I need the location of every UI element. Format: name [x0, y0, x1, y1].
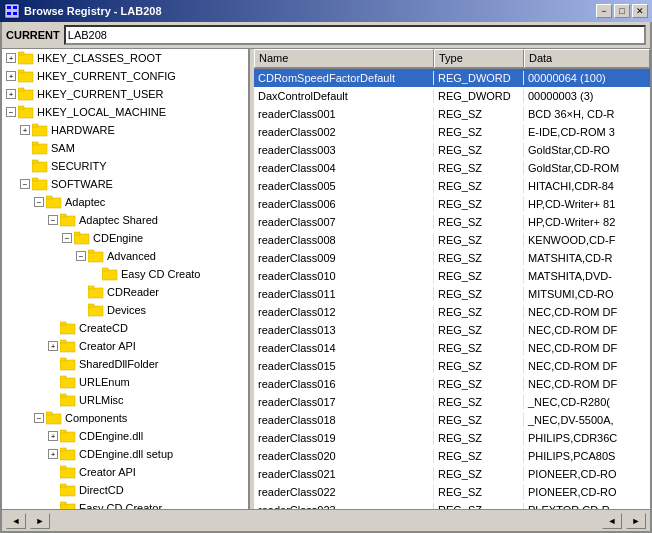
table-row[interactable]: readerClass015REG_SZNEC,CD-ROM DF	[254, 357, 650, 375]
expand-btn-hardware[interactable]: +	[20, 125, 30, 135]
table-row[interactable]: readerClass017REG_SZ_NEC,CD-R280(	[254, 393, 650, 411]
expand-btn-cdengine[interactable]: −	[62, 233, 72, 243]
table-row[interactable]: readerClass012REG_SZNEC,CD-ROM DF	[254, 303, 650, 321]
tree-label-creator-api: Creator API	[79, 340, 136, 352]
tree-item-creator-api[interactable]: + Creator API	[2, 337, 248, 355]
tree-item-advanced[interactable]: − Advanced	[2, 247, 248, 265]
rows-container[interactable]: CDRomSpeedFactorDefaultREG_DWORD00000064…	[254, 69, 650, 509]
table-row[interactable]: readerClass014REG_SZNEC,CD-ROM DF	[254, 339, 650, 357]
folder-icon-directcd	[60, 483, 76, 497]
table-row[interactable]: readerClass005REG_SZHITACHI,CDR-84	[254, 177, 650, 195]
table-row[interactable]: DaxControlDefaultREG_DWORD00000003 (3)	[254, 87, 650, 105]
expand-btn-components[interactable]: −	[34, 413, 44, 423]
folder-icon-current-user	[18, 87, 34, 101]
tree-item-cdengine[interactable]: − CDEngine	[2, 229, 248, 247]
table-row[interactable]: CDRomSpeedFactorDefaultREG_DWORD00000064…	[254, 69, 650, 87]
cell-data: 00000003 (3)	[524, 89, 650, 103]
col-header-name[interactable]: Name	[254, 49, 434, 68]
table-row[interactable]: readerClass004REG_SZGoldStar,CD-ROM	[254, 159, 650, 177]
expand-btn-adaptec-shared[interactable]: −	[48, 215, 58, 225]
table-row[interactable]: readerClass011REG_SZMITSUMI,CD-RO	[254, 285, 650, 303]
table-row[interactable]: readerClass010REG_SZMATSHITA,DVD-	[254, 267, 650, 285]
table-row[interactable]: readerClass006REG_SZHP,CD-Writer+ 81	[254, 195, 650, 213]
svg-rect-5	[18, 54, 33, 64]
tree-label-easy-cd-creator2: Easy CD Creator	[79, 502, 162, 509]
svg-rect-9	[18, 90, 33, 100]
folder-icon-sam	[32, 141, 48, 155]
tree-label-security: SECURITY	[51, 160, 107, 172]
tree-item-easy-cd-creator2[interactable]: Easy CD Creator	[2, 499, 248, 509]
svg-rect-1	[7, 6, 11, 9]
tree-item-components[interactable]: − Components	[2, 409, 248, 427]
detail-scroll-left-btn[interactable]: ◄	[602, 513, 622, 529]
expand-btn-cdengine-dll-setup[interactable]: +	[48, 449, 58, 459]
col-header-type[interactable]: Type	[434, 49, 524, 68]
tree-item-urlmisc[interactable]: URLMisc	[2, 391, 248, 409]
expand-btn-current-config[interactable]: +	[6, 71, 16, 81]
tree-item-shareddllfolder[interactable]: SharedDllFolder	[2, 355, 248, 373]
table-row[interactable]: readerClass001REG_SZBCD 36×H, CD-R	[254, 105, 650, 123]
table-row[interactable]: readerClass016REG_SZNEC,CD-ROM DF	[254, 375, 650, 393]
tree-item-createcd[interactable]: CreateCD	[2, 319, 248, 337]
table-row[interactable]: readerClass013REG_SZNEC,CD-ROM DF	[254, 321, 650, 339]
expand-btn-current-user[interactable]: +	[6, 89, 16, 99]
tree-item-sam[interactable]: SAM	[2, 139, 248, 157]
col-header-data[interactable]: Data	[524, 49, 650, 68]
tree-item-hardware[interactable]: + HARDWARE	[2, 121, 248, 139]
tree-item-current-config[interactable]: + HKEY_CURRENT_CONFIG	[2, 67, 248, 85]
tree-item-adaptec[interactable]: − Adaptec	[2, 193, 248, 211]
tree-item-current-user[interactable]: + HKEY_CURRENT_USER	[2, 85, 248, 103]
address-bar: CURRENT	[2, 22, 650, 49]
expand-btn-software[interactable]: −	[20, 179, 30, 189]
expand-btn-adaptec[interactable]: −	[34, 197, 44, 207]
tree-item-classes-root[interactable]: + HKEY_CLASSES_ROOT	[2, 49, 248, 67]
cell-data: MITSUMI,CD-RO	[524, 287, 650, 301]
close-button[interactable]: ✕	[632, 4, 648, 18]
table-row[interactable]: readerClass002REG_SZE-IDE,CD-ROM 3	[254, 123, 650, 141]
table-row[interactable]: readerClass022REG_SZPIONEER,CD-RO	[254, 483, 650, 501]
table-row[interactable]: readerClass003REG_SZGoldStar,CD-RO	[254, 141, 650, 159]
tree-item-security[interactable]: SECURITY	[2, 157, 248, 175]
table-row[interactable]: readerClass020REG_SZPHILIPS,PCA80S	[254, 447, 650, 465]
tree-item-easy-cd-creator[interactable]: Easy CD Creato	[2, 265, 248, 283]
tree-scroll-left-btn[interactable]: ◄	[6, 513, 26, 529]
folder-icon-shareddllfolder	[60, 357, 76, 371]
tree-item-software[interactable]: − SOFTWARE	[2, 175, 248, 193]
tree-item-cdengine-dll[interactable]: + CDEngine.dll	[2, 427, 248, 445]
svg-rect-29	[102, 270, 117, 280]
minimize-button[interactable]: −	[596, 4, 612, 18]
maximize-button[interactable]: □	[614, 4, 630, 18]
svg-rect-20	[32, 178, 38, 181]
folder-icon-urlmisc	[60, 393, 76, 407]
svg-rect-52	[60, 466, 66, 469]
address-input[interactable]	[64, 25, 646, 45]
table-row[interactable]: readerClass019REG_SZPHILIPS,CDR36C	[254, 429, 650, 447]
tree-item-local-machine[interactable]: − HKEY_LOCAL_MACHINE	[2, 103, 248, 121]
tree-item-creator-api2[interactable]: Creator API	[2, 463, 248, 481]
svg-rect-23	[60, 216, 75, 226]
tree-scroll[interactable]: + HKEY_CLASSES_ROOT + HKEY_CURRENT_CONFI…	[2, 49, 248, 509]
cell-type: REG_SZ	[434, 251, 524, 265]
table-row[interactable]: readerClass018REG_SZ_NEC,DV-5500A,	[254, 411, 650, 429]
detail-scroll-right-btn[interactable]: ►	[626, 513, 646, 529]
expand-btn-classes-root[interactable]: +	[6, 53, 16, 63]
cell-data: HP,CD-Writer+ 82	[524, 215, 650, 229]
table-row[interactable]: readerClass021REG_SZPIONEER,CD-RO	[254, 465, 650, 483]
cell-type: REG_SZ	[434, 107, 524, 121]
table-row[interactable]: readerClass007REG_SZHP,CD-Writer+ 82	[254, 213, 650, 231]
table-row[interactable]: readerClass009REG_SZMATSHITA,CD-R	[254, 249, 650, 267]
expand-btn-creator-api[interactable]: +	[48, 341, 58, 351]
tree-item-directcd[interactable]: DirectCD	[2, 481, 248, 499]
tree-label-easy-cd-creator: Easy CD Creato	[121, 268, 200, 280]
tree-item-cdengine-dll-setup[interactable]: + CDEngine.dll setup	[2, 445, 248, 463]
table-row[interactable]: readerClass008REG_SZKENWOOD,CD-F	[254, 231, 650, 249]
tree-item-adaptec-shared[interactable]: − Adaptec Shared	[2, 211, 248, 229]
expand-btn-advanced[interactable]: −	[76, 251, 86, 261]
tree-item-cdreader[interactable]: CDReader	[2, 283, 248, 301]
expand-btn-local-machine[interactable]: −	[6, 107, 16, 117]
expand-btn-cdengine-dll[interactable]: +	[48, 431, 58, 441]
tree-scroll-right-btn[interactable]: ►	[30, 513, 50, 529]
table-row[interactable]: readerClass023REG_SZPLEXTOR,CD-R	[254, 501, 650, 509]
tree-item-urlenum[interactable]: URLEnum	[2, 373, 248, 391]
tree-item-devices[interactable]: Devices	[2, 301, 248, 319]
